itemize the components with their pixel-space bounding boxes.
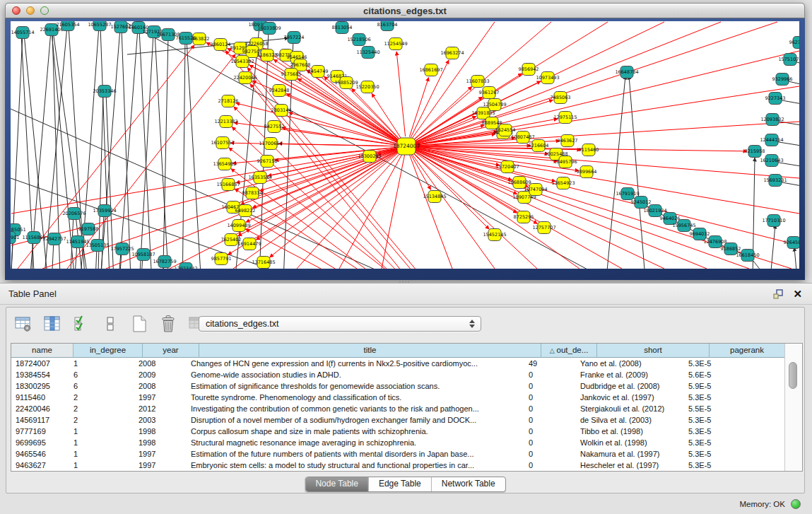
network-node[interactable]: 16963274 [440, 47, 464, 59]
column-header-title[interactable]: title [199, 344, 541, 358]
table-row[interactable]: 946554611997Estimation of the future num… [11, 448, 802, 460]
network-node[interactable]: 15720407 [495, 161, 519, 173]
network-node[interactable]: 8163704 [377, 21, 398, 31]
table-panel-title: Table Panel [8, 288, 57, 299]
network-node[interactable]: 9242848 [269, 85, 290, 97]
network-node[interactable]: 16861697 [419, 64, 442, 76]
network-node[interactable]: 12923442 [174, 263, 197, 269]
network-node[interactable]: 10807487 [511, 132, 534, 144]
network-node[interactable]: 12942757 [42, 233, 66, 245]
network-node[interactable]: 11451945 [66, 236, 89, 248]
network-node[interactable]: 11254549 [384, 38, 407, 50]
network-node[interactable]: 9227343 [765, 93, 786, 105]
network-node[interactable]: 9264502 [784, 237, 799, 249]
network-node[interactable]: 13654923 [551, 177, 575, 189]
table-scrollbar-track[interactable] [784, 344, 802, 471]
network-node[interactable]: 12757707 [532, 222, 555, 234]
table-row[interactable]: 1938455462009Genome-wide association stu… [11, 369, 802, 380]
network-node[interactable]: 9186852 [721, 243, 741, 255]
network-node[interactable]: 16210643 [760, 155, 783, 167]
network-node[interactable]: 12213383 [214, 116, 237, 128]
memory-status-indicator[interactable] [791, 499, 801, 509]
network-node[interactable]: 15452145 [483, 229, 506, 241]
column-display-icon [43, 315, 61, 332]
table-row[interactable]: 946362711997Embryonic stem cells: a mode… [11, 460, 802, 471]
cell-short: Tibbo et al. (1998) [576, 426, 684, 437]
network-node[interactable]: 21605354 [56, 21, 79, 31]
network-node[interactable]: 16914479 [237, 238, 261, 250]
network-node[interactable]: 9878334 [242, 187, 263, 199]
network-node[interactable]: 13505135 [86, 240, 109, 252]
network-node[interactable]: 14055714 [11, 27, 34, 39]
table-row[interactable]: 1830029562008Estimation of significance … [11, 380, 802, 392]
network-node[interactable]: 16353534 [248, 172, 271, 184]
table-scrollbar-thumb[interactable] [789, 362, 797, 389]
close-panel-icon[interactable]: ✕ [793, 287, 802, 301]
create-column-button[interactable] [129, 314, 149, 334]
network-node[interactable]: 8215958 [745, 146, 765, 158]
network-node[interactable]: 12444154 [760, 134, 783, 146]
cell-out_degree: 0 [524, 369, 576, 380]
cell-short: Dudbridge et al. (2008) [576, 380, 684, 392]
network-node[interactable]: 20206576 [62, 208, 86, 220]
network-node[interactable]: 13716485 [252, 257, 275, 269]
table-row[interactable]: 969969511998Structural magnetic resonanc… [11, 437, 802, 448]
network-node[interactable]: 9329966 [772, 74, 793, 86]
float-panel-icon[interactable] [773, 289, 784, 300]
table-row[interactable]: 977716911998Corpus callosum shape and si… [11, 426, 802, 437]
network-node[interactable]: 17710310 [762, 215, 785, 227]
column-header-name[interactable]: name [11, 344, 73, 358]
network-node[interactable]: 22691406 [40, 24, 63, 36]
column-display-button[interactable] [42, 314, 62, 334]
table-row[interactable]: 911546021997Tourette syndrome. Phenomeno… [11, 392, 802, 403]
column-header-pagerank[interactable]: pagerank [710, 344, 785, 358]
network-node[interactable]: 8454749 [308, 66, 329, 78]
network-node[interactable]: 9621095 [789, 37, 799, 49]
network-canvas[interactable]: 1830029574638229860124891295422226058982… [11, 21, 799, 269]
trash-icon [159, 315, 177, 333]
table-selector-dropdown[interactable]: citations_edges.txt [199, 316, 481, 332]
column-header-in_degree[interactable]: in_degree [73, 344, 143, 358]
tab-node-table[interactable]: Node Table [305, 477, 368, 491]
network-node[interactable]: 9115460 [579, 144, 599, 156]
network-node[interactable]: 7957224 [284, 32, 305, 44]
network-node[interactable]: 16618450 [736, 250, 759, 262]
network-node[interactable]: 9361267 [479, 87, 500, 99]
table-row[interactable]: 1872400712008Changes of HCN gene express… [11, 358, 802, 369]
delete-column-button[interactable] [158, 314, 178, 334]
network-node[interactable]: 1527602 [111, 21, 131, 33]
network-node[interactable]: 12975115 [553, 112, 577, 124]
network-node[interactable]: 20353346 [93, 86, 116, 98]
column-header-short[interactable]: short [597, 344, 710, 358]
tab-network-table[interactable]: Network Table [431, 477, 505, 491]
network-node[interactable]: 13654982 [213, 158, 236, 170]
row-height-button[interactable] [100, 314, 120, 334]
network-node[interactable]: 7485063 [551, 92, 571, 104]
table-settings-button[interactable] [13, 314, 33, 334]
network-node[interactable]: 11325440 [356, 47, 379, 59]
network-node[interactable]: 16648784 [615, 66, 638, 78]
network-node[interactable]: 8813054 [332, 22, 353, 34]
network-node[interactable]: 2718126 [218, 95, 239, 107]
cell-short: Nakamura et al. (1997) [576, 448, 684, 460]
cell-pagerank: 5.6E-5 [684, 369, 755, 380]
network-node[interactable]: 15218506 [347, 34, 370, 46]
network-node[interactable]: 11607833 [466, 76, 489, 88]
network-node[interactable]: 6460160 [129, 22, 149, 34]
table-row[interactable]: 1456911722003Disruption of a novel membe… [11, 414, 802, 426]
network-node[interactable]: 15693231 [763, 175, 787, 187]
table-row[interactable]: 2242004622012Investigating the contribut… [11, 403, 802, 414]
column-header-out_degree[interactable]: △out_de... [541, 344, 597, 358]
select-rows-button[interactable] [71, 314, 91, 334]
network-node[interactable]: 10655287 [88, 21, 111, 31]
network-node[interactable]: 2803144 [271, 105, 292, 117]
network-node[interactable]: 16782759 [153, 256, 176, 268]
network-node[interactable]: 15220350 [355, 81, 379, 93]
cell-year: 1997 [134, 448, 187, 460]
window-titlebar[interactable]: citations_edges.txt [5, 3, 805, 18]
table-selector-value: citations_edges.txt [206, 319, 279, 329]
new-document-icon [131, 315, 148, 333]
column-header-year[interactable]: year [143, 344, 199, 358]
tab-edge-table[interactable]: Edge Table [368, 477, 431, 491]
cell-out_degree: 0 [524, 448, 576, 460]
